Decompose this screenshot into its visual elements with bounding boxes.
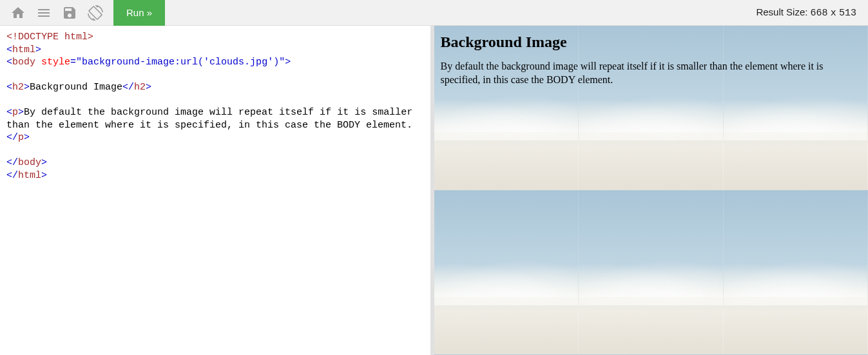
code-body-tag: body xyxy=(12,57,35,68)
toolbar: Run » Result Size: 668 x 513 xyxy=(0,0,868,26)
code-h2-text: Background Image xyxy=(30,82,122,93)
home-icon[interactable] xyxy=(5,0,31,26)
panes-container: <!DOCTYPE html> <html> <body style="back… xyxy=(0,26,868,355)
result-size-label: Result Size: 668 x 513 xyxy=(756,6,863,19)
preview-pane: Background Image By default the backgrou… xyxy=(434,26,869,355)
preview-paragraph: By default the background image will rep… xyxy=(441,60,862,87)
result-size-height: 513 xyxy=(839,8,856,19)
preview-heading: Background Image xyxy=(441,34,862,51)
code-gt: > xyxy=(285,57,291,68)
rotate-icon[interactable] xyxy=(82,0,108,26)
result-size-width: 668 xyxy=(811,8,828,19)
code-lt: < xyxy=(6,44,12,55)
menu-icon[interactable] xyxy=(31,0,57,26)
code-editor[interactable]: <!DOCTYPE html> <html> <body style="back… xyxy=(0,26,434,355)
code-eq: = xyxy=(70,57,76,68)
code-attr-val: "background-image:url('clouds.jpg')" xyxy=(76,57,285,68)
code-p-text: By default the background image will rep… xyxy=(6,107,418,131)
result-size-text: Result Size: xyxy=(756,6,807,17)
code-attr-name: style xyxy=(41,57,70,68)
preview-content: Background Image By default the backgrou… xyxy=(434,26,869,95)
code-gt: > xyxy=(35,44,41,55)
code-h2-open: < xyxy=(6,82,12,93)
code-lt: < xyxy=(6,57,12,68)
code-doctype: <!DOCTYPE html> xyxy=(6,32,93,43)
result-size-sep: x xyxy=(831,8,836,19)
code-html-tag: html xyxy=(12,44,35,55)
run-button[interactable]: Run » xyxy=(113,0,165,26)
save-icon[interactable] xyxy=(57,0,82,26)
